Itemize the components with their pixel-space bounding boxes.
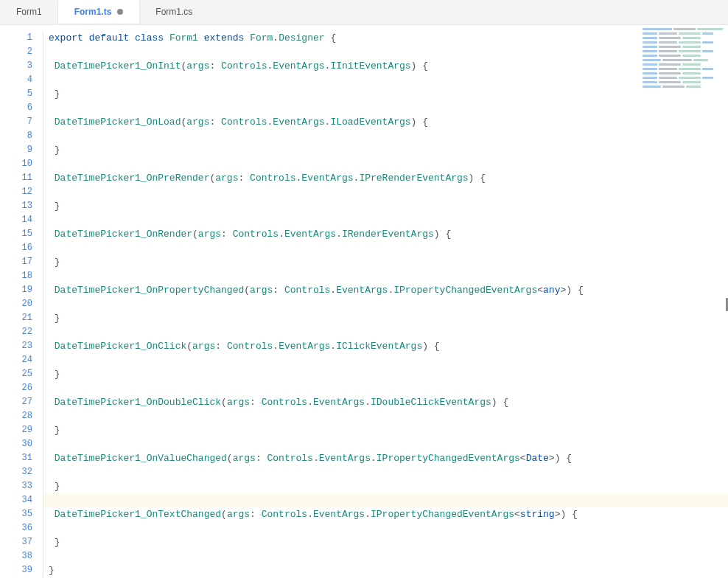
code-line[interactable]: } — [43, 255, 728, 269]
token-punct: . — [330, 341, 336, 352]
code-line[interactable]: } — [43, 535, 728, 549]
token-cls: Form — [250, 32, 273, 44]
code-line[interactable]: } — [43, 563, 728, 577]
code-line[interactable]: DateTimePicker1_OnDoubleClick(args: Cont… — [43, 395, 728, 409]
code-line[interactable] — [43, 101, 728, 115]
token-brace: } — [55, 201, 60, 212]
code-line[interactable] — [43, 353, 728, 367]
token-punct: : — [250, 509, 256, 520]
token-prm: args — [233, 453, 256, 464]
line-number: 17 — [0, 255, 43, 269]
method-name: DateTimePicker1_OnLoad — [55, 117, 181, 128]
code-line[interactable] — [43, 241, 728, 255]
code-line[interactable] — [43, 129, 728, 143]
token-punct: : — [209, 117, 215, 128]
method-name: DateTimePicker1_OnPropertyChanged — [55, 285, 244, 296]
line-number: 1 — [0, 31, 43, 45]
token-type: Controls — [227, 341, 273, 352]
token-type: Controls — [267, 453, 313, 464]
generic-type: string — [520, 509, 555, 520]
method-name: DateTimePicker1_OnValueChanged — [55, 453, 227, 464]
code-line[interactable] — [43, 185, 728, 199]
event-type: IPropertyChangedEventArgs — [371, 509, 514, 520]
code-line[interactable]: } — [43, 367, 728, 381]
code-line[interactable] — [43, 297, 728, 311]
code-line[interactable]: } — [43, 199, 728, 213]
code-line[interactable]: } — [43, 143, 728, 157]
line-number: 28 — [0, 409, 43, 423]
tab-form1-cs[interactable]: Form1.cs — [139, 0, 209, 24]
code-line[interactable] — [43, 325, 728, 339]
line-number: 38 — [0, 549, 43, 563]
token-type: EventArgs — [279, 341, 330, 352]
token-type: Controls — [250, 173, 295, 184]
token-punct: ) — [555, 453, 561, 464]
code-line[interactable]: DateTimePicker1_OnRender(args: Controls.… — [43, 227, 728, 241]
code-line[interactable]: } — [43, 423, 728, 437]
line-number: 4 — [0, 73, 43, 87]
method-name: DateTimePicker1_OnInit — [55, 60, 181, 72]
code-line[interactable] — [43, 521, 728, 535]
code-line[interactable] — [43, 437, 728, 451]
token-brace: { — [480, 173, 486, 184]
code-line[interactable] — [43, 73, 728, 87]
editor[interactable]: 1234567891011121314151617181920212223242… — [0, 25, 728, 584]
code-line[interactable] — [43, 45, 728, 59]
code-line[interactable]: } — [43, 311, 728, 325]
token-brace: } — [49, 565, 55, 576]
token-type: Controls — [221, 117, 267, 128]
event-type: IPropertyChangedEventArgs — [377, 453, 520, 464]
code-line[interactable]: DateTimePicker1_OnTextChanged(args: Cont… — [43, 507, 728, 521]
code-line[interactable]: DateTimePicker1_OnInit(args: Controls.Ev… — [43, 59, 728, 73]
code-line[interactable]: } — [43, 87, 728, 101]
token-punct: ( — [186, 341, 192, 352]
code-line[interactable]: DateTimePicker1_OnClick(args: Controls.E… — [43, 339, 728, 353]
line-number: 18 — [0, 269, 43, 283]
token-kw: default — [89, 32, 130, 44]
token-punct: < — [514, 509, 520, 520]
event-type: IPreRenderEventArgs — [359, 173, 468, 184]
code-area[interactable]: export default class Form1 extends Form.… — [43, 25, 728, 584]
code-line[interactable] — [43, 269, 728, 283]
line-number: 32 — [0, 465, 43, 479]
line-number: 19 — [0, 283, 43, 297]
tab-form1-ts[interactable]: Form1.ts — [58, 0, 140, 24]
code-line[interactable]: DateTimePicker1_OnPropertyChanged(args: … — [43, 283, 728, 297]
code-line[interactable] — [43, 157, 728, 171]
token-brace: } — [55, 481, 60, 492]
token-punct: . — [307, 397, 313, 408]
token-type: Controls — [262, 397, 307, 408]
code-line[interactable]: DateTimePicker1_OnLoad(args: Controls.Ev… — [43, 115, 728, 129]
token-brace: } — [55, 369, 60, 380]
code-line[interactable] — [43, 409, 728, 423]
code-line[interactable]: export default class Form1 extends Form.… — [43, 31, 728, 45]
token-punct: : — [238, 173, 244, 184]
token-prm: args — [227, 509, 250, 520]
method-name: DateTimePicker1_OnClick — [55, 341, 186, 352]
event-type: IRenderEventArgs — [342, 229, 434, 240]
token-punct: ( — [244, 285, 250, 296]
token-brace: { — [434, 341, 440, 352]
line-number: 31 — [0, 451, 43, 465]
generic-type: Date — [526, 453, 549, 464]
token-type: Controls — [233, 229, 279, 240]
token-punct: . — [307, 509, 313, 520]
code-line[interactable] — [43, 213, 728, 227]
line-number: 35 — [0, 507, 43, 521]
code-line[interactable] — [43, 381, 728, 395]
code-line[interactable]: DateTimePicker1_OnValueChanged(args: Con… — [43, 451, 728, 465]
tab-form1[interactable]: Form1 — [0, 0, 58, 24]
generic-type: any — [543, 285, 560, 296]
code-line[interactable]: } — [43, 479, 728, 493]
code-line[interactable] — [43, 549, 728, 563]
line-number: 37 — [0, 535, 43, 549]
line-number: 24 — [0, 353, 43, 367]
token-punct: : — [250, 397, 256, 408]
token-type: EventArgs — [284, 229, 336, 240]
token-punct: . — [273, 32, 279, 44]
token-cls: Form1 — [169, 32, 198, 44]
token-punct: : — [209, 60, 215, 72]
code-line[interactable] — [43, 465, 728, 479]
code-line[interactable] — [43, 493, 728, 507]
code-line[interactable]: DateTimePicker1_OnPreRender(args: Contro… — [43, 171, 728, 185]
